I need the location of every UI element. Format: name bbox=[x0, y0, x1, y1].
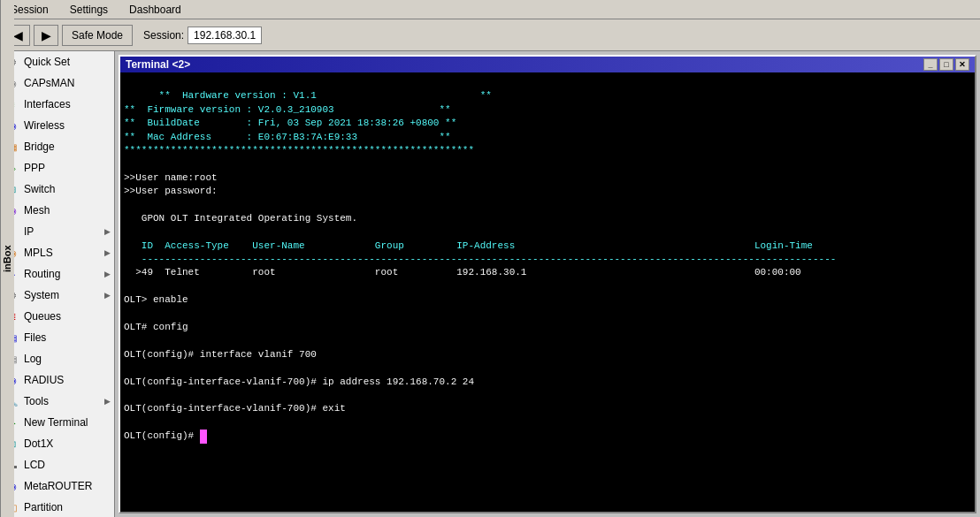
menu-dashboard[interactable]: Dashboard bbox=[122, 2, 188, 18]
menu-settings[interactable]: Settings bbox=[63, 2, 115, 18]
session-label: Session: bbox=[143, 29, 184, 42]
terminal-prompt-line: OLT(config)# bbox=[124, 430, 207, 441]
main-layout: ⚙Quick Set◉CAPsMAN≡Interfaces◉Wireless▦B… bbox=[0, 51, 980, 517]
new-terminal-label: New Terminal bbox=[24, 416, 88, 429]
close-button[interactable]: ✕ bbox=[955, 58, 969, 71]
terminal-line: OLT> enable bbox=[124, 294, 188, 305]
terminal-line: ----------------------------------------… bbox=[124, 254, 836, 264]
partition-label: Partition bbox=[24, 501, 63, 513]
ip-label: IP bbox=[24, 225, 34, 238]
terminal-content[interactable]: ** Hardware version : V1.1 ** ** Firmwar… bbox=[120, 72, 975, 512]
menu-bar: Session Settings Dashboard bbox=[0, 0, 980, 19]
terminal-window: Terminal <2> _ □ ✕ ** Hardware version :… bbox=[119, 55, 976, 513]
safemode-button[interactable]: Safe Mode bbox=[62, 25, 133, 46]
terminal-line: OLT(config-interface-vlanif-700)# ip add… bbox=[124, 376, 474, 387]
terminal-titlebar: Terminal <2> _ □ ✕ bbox=[120, 57, 975, 72]
lcd-label: LCD bbox=[24, 459, 45, 471]
wireless-label: Wireless bbox=[24, 119, 65, 132]
sidebar-item-metarouter[interactable]: ◉MetaROUTER bbox=[0, 475, 114, 497]
mpls-label: MPLS bbox=[24, 247, 53, 259]
sidebar-item-radius[interactable]: ◉RADIUS bbox=[0, 369, 114, 391]
tools-label: Tools bbox=[24, 395, 49, 407]
terminal-line: OLT(config-interface-vlanif-700)# exit bbox=[124, 403, 346, 414]
metarouter-label: MetaROUTER bbox=[24, 480, 92, 492]
dot1x-label: Dot1X bbox=[24, 437, 53, 450]
sidebar-item-switch[interactable]: ⊞Switch bbox=[0, 179, 114, 200]
ppp-label: PPP bbox=[24, 162, 45, 174]
terminal-line: ** BuildDate : Fri, 03 Sep 2021 18:38:26… bbox=[124, 118, 456, 128]
bridge-label: Bridge bbox=[24, 141, 55, 153]
winbox-label: inBox bbox=[0, 0, 14, 517]
terminal-line: GPON OLT Integrated Operating System. bbox=[124, 213, 357, 224]
sidebar-item-mesh[interactable]: ◉Mesh bbox=[0, 200, 114, 221]
terminal-line: OLT# config bbox=[124, 322, 188, 332]
sidebar: ⚙Quick Set◉CAPsMAN≡Interfaces◉Wireless▦B… bbox=[0, 51, 115, 517]
queues-label: Queues bbox=[24, 310, 61, 323]
sidebar-item-log[interactable]: ▤Log bbox=[0, 348, 114, 369]
sidebar-item-new-terminal[interactable]: ▶New Terminal bbox=[0, 412, 114, 433]
sidebar-item-routing[interactable]: ↔Routing bbox=[0, 263, 114, 285]
sidebar-item-capsman[interactable]: ◉CAPsMAN bbox=[0, 72, 114, 94]
session-value: 192.168.30.1 bbox=[188, 27, 262, 44]
terminal-line: >>User password: bbox=[124, 186, 218, 196]
sidebar-item-bridge[interactable]: ▦Bridge bbox=[0, 136, 114, 157]
sidebar-item-partition[interactable]: ◧Partition bbox=[0, 497, 114, 517]
sidebar-item-lcd[interactable]: ▬LCD bbox=[0, 454, 114, 475]
sidebar-item-system[interactable]: ⚙System bbox=[0, 285, 114, 306]
sidebar-item-quick-set[interactable]: ⚙Quick Set bbox=[0, 51, 114, 72]
log-label: Log bbox=[24, 353, 42, 365]
maximize-button[interactable]: □ bbox=[939, 58, 953, 71]
mesh-label: Mesh bbox=[24, 204, 50, 217]
minimize-button[interactable]: _ bbox=[923, 58, 938, 71]
files-label: Files bbox=[24, 331, 46, 344]
terminal-line: ****************************************… bbox=[124, 145, 474, 156]
sidebar-item-files[interactable]: ▤Files bbox=[0, 327, 114, 348]
terminal-line: ** Mac Address : E0:67:B3:7A:E9:33 ** bbox=[124, 132, 451, 142]
terminal-line: ** Firmware version : V2.0.3_210903 ** bbox=[124, 104, 451, 115]
terminal-title: Terminal <2> bbox=[126, 58, 190, 71]
sidebar-item-wireless[interactable]: ◉Wireless bbox=[0, 115, 114, 136]
sidebar-item-queues[interactable]: ≣Queues bbox=[0, 306, 114, 327]
radius-label: RADIUS bbox=[24, 374, 64, 386]
terminal-line: ** Hardware version : V1.1 ** bbox=[159, 90, 492, 101]
routing-label: Routing bbox=[24, 268, 60, 280]
terminal-line: OLT(config)# interface vlanif 700 bbox=[124, 349, 317, 360]
sidebar-item-ip[interactable]: ::IP bbox=[0, 221, 114, 242]
forward-button[interactable]: ▶ bbox=[34, 25, 58, 46]
terminal-line: >49 Telnet root root 192.168.30.1 00:00:… bbox=[124, 267, 801, 278]
sidebar-item-mpls[interactable]: ◉MPLS bbox=[0, 242, 114, 263]
terminal-area: Terminal <2> _ □ ✕ ** Hardware version :… bbox=[115, 51, 980, 517]
terminal-title-buttons: _ □ ✕ bbox=[923, 58, 969, 71]
capsman-label: CAPsMAN bbox=[24, 77, 74, 89]
system-label: System bbox=[24, 289, 59, 301]
terminal-line: >>User name:root bbox=[124, 172, 218, 183]
sidebar-item-interfaces[interactable]: ≡Interfaces bbox=[0, 94, 114, 115]
switch-label: Switch bbox=[24, 183, 55, 195]
terminal-line: ID Access-Type User-Name Group IP-Addres… bbox=[124, 240, 813, 251]
interfaces-label: Interfaces bbox=[24, 98, 71, 110]
toolbar: ◀ ▶ Safe Mode Session: 192.168.30.1 bbox=[0, 19, 980, 51]
quick-set-label: Quick Set bbox=[24, 56, 70, 68]
sidebar-item-dot1x[interactable]: ⊡Dot1X bbox=[0, 433, 114, 454]
sidebar-item-ppp[interactable]: ◈PPP bbox=[0, 157, 114, 179]
sidebar-item-tools[interactable]: 🔧Tools bbox=[0, 391, 114, 412]
